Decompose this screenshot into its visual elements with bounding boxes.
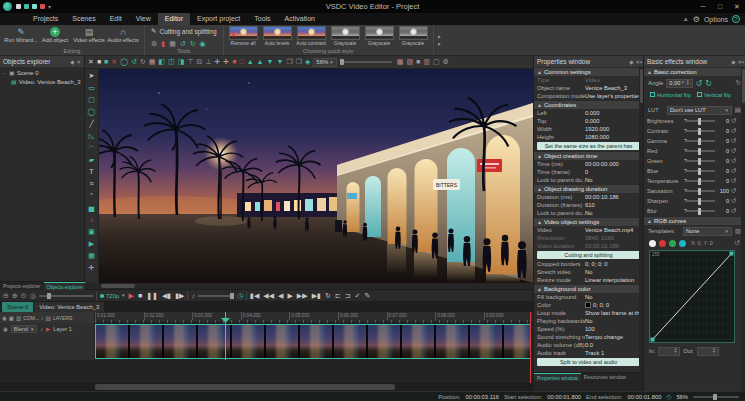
group-icon[interactable]: ■	[232, 56, 236, 68]
section-coordinates[interactable]: ▲Coordinates	[534, 100, 643, 109]
slider-thumb[interactable]	[698, 148, 701, 155]
slider-thumb[interactable]	[698, 118, 701, 125]
audio-effects-button[interactable]: ∩ Audio effects	[106, 26, 140, 43]
section-common-settings[interactable]: ▲Common settings	[534, 67, 643, 76]
quick-style-item[interactable]: Grayscale	[398, 26, 429, 47]
rotate-ccw-icon[interactable]: ↺	[696, 79, 703, 88]
menu-tab[interactable]: Edit	[103, 13, 129, 25]
pin-icon[interactable]: ◆	[70, 59, 74, 65]
angle-input[interactable]: 0.00 ° ▲▼	[666, 79, 692, 88]
align-top-icon[interactable]: ⊤	[187, 56, 193, 68]
slider-track[interactable]	[685, 190, 715, 192]
property-row[interactable]: Duration (ms)00:00:10.186	[534, 193, 643, 201]
send-backward-icon[interactable]: ▼	[267, 56, 274, 68]
slider-thumb[interactable]	[698, 208, 701, 215]
menu-tab[interactable]: Projects	[26, 13, 65, 25]
clip-tab[interactable]: Video: Venice Beach_3	[34, 302, 104, 312]
reset-icon[interactable]: ↺	[731, 167, 736, 175]
menu-tab[interactable]: Activation	[278, 13, 322, 25]
stop-icon[interactable]: ■	[138, 290, 142, 301]
reset-icon[interactable]: ↺	[731, 157, 736, 165]
slider-track[interactable]	[685, 160, 715, 162]
status-zoom-slider[interactable]	[693, 396, 739, 398]
reset-icon[interactable]: ↺	[731, 197, 736, 205]
ribbon-scroll-down-icon[interactable]: ▼	[437, 41, 442, 47]
menu-tab[interactable]: View	[129, 13, 158, 25]
property-row[interactable]: Stretch videoNo	[534, 268, 643, 276]
close-icon[interactable]: ✕	[76, 59, 81, 65]
channel-all-icon[interactable]	[649, 240, 656, 247]
property-row[interactable]: Fill background No	[534, 293, 643, 301]
slider-thumb[interactable]	[698, 178, 701, 185]
property-row[interactable]: Cropped borders0; 0; 0; 0	[534, 260, 643, 268]
timeline-empty-area[interactable]	[0, 360, 533, 383]
tree-item-video[interactable]: ▤ Video: Venice Beach_3	[2, 78, 82, 87]
com-dropdown[interactable]: COM...	[23, 315, 39, 321]
quick-style-item[interactable]: Remove all	[228, 26, 259, 47]
section-video-settings[interactable]: ▲Video object settings	[534, 217, 643, 226]
add-object-button[interactable]: + Add object	[38, 26, 72, 43]
color-swatch[interactable]	[585, 302, 591, 308]
video-icon[interactable]: ▶	[89, 238, 94, 250]
split-video-audio-button[interactable]: Split to video and audio	[537, 358, 640, 366]
align-bottom-icon[interactable]: ⊥	[205, 56, 211, 68]
quick-access-new-icon[interactable]	[16, 4, 21, 9]
preview-settings-icon[interactable]: ⚙	[443, 56, 449, 68]
blend-mode-dropdown[interactable]: Blend▼	[11, 325, 38, 333]
video-track-icon[interactable]: ▶	[46, 326, 50, 332]
reset-icon[interactable]: ↺	[731, 127, 736, 135]
reset-icon[interactable]: ↺	[731, 147, 736, 155]
minimize-button[interactable]: ─	[695, 1, 711, 12]
speaker-icon[interactable]: ♪	[40, 326, 43, 332]
close-button[interactable]: ✕	[729, 1, 745, 12]
edit-mode-icon[interactable]: ✎	[364, 290, 370, 301]
property-row[interactable]: Playing backwardsNo	[534, 317, 643, 325]
reset-curve-icon[interactable]: ↺	[735, 239, 740, 247]
tooltip-icon[interactable]: ”	[90, 190, 92, 202]
quick-style-item[interactable]: Grayscale	[330, 26, 361, 47]
deselect-icon[interactable]: ✕	[88, 56, 94, 68]
vertical-flip-checkbox[interactable]: Vertical flip	[697, 92, 731, 98]
eye-icon[interactable]: ◉	[2, 315, 7, 321]
section-background-color[interactable]: ▲Background color	[534, 284, 643, 293]
polyline-icon[interactable]: ◺	[89, 130, 94, 142]
text-icon[interactable]: T	[89, 166, 93, 178]
move-vertical-icon[interactable]: ✛	[223, 56, 229, 68]
bring-front-icon[interactable]: ▲	[257, 56, 264, 68]
properties-tab[interactable]: Properties window	[534, 373, 581, 381]
slider-thumb[interactable]	[698, 158, 701, 165]
bring-forward-icon[interactable]: ▲	[247, 56, 254, 68]
property-row[interactable]: Left0.000	[534, 109, 643, 117]
cursor-icon[interactable]: ➤	[89, 70, 95, 82]
ribbon-scroll-up-icon[interactable]: ▲	[437, 33, 442, 39]
slider-track[interactable]	[685, 210, 715, 212]
property-row[interactable]: Audio volume (dB)0.0	[534, 341, 643, 349]
property-row[interactable]: Top0.000	[534, 117, 643, 125]
reset-icon[interactable]: ↺	[731, 207, 736, 215]
channel-red-icon[interactable]	[659, 240, 666, 247]
safe-zone-icon[interactable]: ▥	[423, 56, 430, 68]
mark-out-icon[interactable]: ⊐	[345, 290, 351, 301]
volume-slider[interactable]	[198, 295, 234, 297]
shape-icon[interactable]: ▰	[89, 154, 94, 166]
property-row[interactable]: TypeVideo	[534, 76, 643, 84]
timeline-scrollbar-thumb[interactable]	[95, 384, 395, 390]
add-object-icon[interactable]: ✛	[89, 262, 95, 274]
timeline-zoom-fit-icon[interactable]: ◎	[30, 290, 36, 301]
reset-icon[interactable]: ↺	[731, 117, 736, 125]
section-rgb-curves[interactable]: ▲RGB curves	[644, 216, 745, 225]
property-row[interactable]: Resize modeLinear interpolation	[534, 276, 643, 284]
chart-icon[interactable]: ▅	[89, 202, 94, 214]
property-row[interactable]: Lock to parent du...No	[534, 209, 643, 217]
channel-blue-icon[interactable]	[679, 240, 686, 247]
pan-icon[interactable]: ◈	[305, 56, 310, 68]
preview-quality-select[interactable]: 720p▼	[100, 293, 126, 299]
notification-icon[interactable]: ▲	[683, 16, 689, 22]
next-frame-icon[interactable]: ▮▶	[175, 290, 184, 301]
slider-track[interactable]	[685, 120, 715, 122]
timeline-scale-slider[interactable]	[39, 295, 93, 297]
explorer-tab[interactable]: Projects explorer	[0, 282, 44, 290]
menu-tab[interactable]: Editor	[158, 13, 190, 25]
fullscreen-icon[interactable]: ▢	[433, 56, 440, 68]
property-row[interactable]: Speed (%)100	[534, 325, 643, 333]
